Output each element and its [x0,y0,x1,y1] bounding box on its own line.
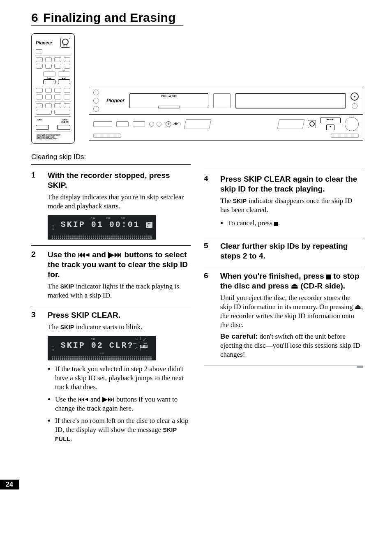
step-warning: Be careful: don't switch off the unit be… [220,332,363,359]
step-3: 3 Press SKIP CLEAR. The SKIP indicator s… [31,310,191,360]
remote-skip-clear-button [57,125,70,130]
step-2: 2 Use the ⏮◀ and ▶⏭ buttons to select th… [31,250,191,300]
left-column: 1 With the recorder stopped, press SKIP.… [31,169,191,447]
deck-left-tray: PDR-W739 [129,93,208,108]
svg-line-6 [143,338,145,341]
step-heading: Press SKIP CLEAR. [48,310,191,320]
skip-indicator-label: SKIP [60,283,74,290]
jog-dial-icon [345,117,359,131]
step-1: 1 With the recorder stopped, press SKIP.… [31,171,191,240]
page-number: 24 [0,480,19,489]
lcd-display-1: TRKMINSEC ▭▭ SKIP 01 00:01 CD-R ▷ [48,215,156,240]
skip-indicator-label: SKIP [233,198,247,204]
deck-diagram: Pioneer PDR-W739 [89,87,363,141]
prev-track-icon: ⏮◀ [78,395,89,403]
step-heading: With the recorder stopped, press SKIP. [48,171,191,190]
step-heading: Press SKIP CLEAR again to clear the skip… [220,174,363,194]
remote-brand: Pioneer [36,40,52,45]
deck-brand: Pioneer [106,98,125,104]
remote-skip-clear-label: SKIP CLEAR [61,118,69,123]
step-body: The SKIP indicator starts to blink. [48,323,191,332]
eject-icon: ⏏ [355,303,361,311]
section-intro: Clearing skip IDs: [31,153,363,161]
step-body: Until you eject the disc, the recorder s… [220,293,363,330]
step-body: The display indicates that you're in ski… [48,193,191,211]
eject-icon: ⏏ [291,282,298,290]
next-track-icon: ▶⏭ [108,250,122,259]
instruction-columns: 1 With the recorder stopped, press SKIP.… [31,169,363,447]
chapter-number: 6 [31,11,38,25]
stop-icon [274,222,278,226]
list-item: Use the ⏮◀ and ▶⏭ buttons if you want to… [55,395,191,413]
page-footer: 24 [31,480,363,489]
step-number: 4 [204,174,212,231]
step-5: 5 Clear further skip IDs by repeating st… [204,241,363,261]
power-knob-icon [350,92,359,101]
remote-control-diagram: Pioneer DIGITAL □ ▷ I◀◀ ▶▶I SKIP [31,33,75,144]
manual-page: 6 Finalizing and Erasing Pioneer DIGITAL… [0,0,392,506]
skip-indicator-label: SKIP [60,324,74,330]
step-4-bullets: To cancel, press . [220,219,363,228]
deck-display-area [213,93,231,108]
step-3-bullets: If the track you selected in step 2 abov… [48,365,191,443]
remote-next-button [58,79,70,84]
step-number: 2 [31,250,39,300]
lcd-display-2: TRK ▭▭ SKIP 02 CLR? [48,336,156,360]
step-body: The SKIP indicator disappears once the s… [220,196,363,215]
step-number: 5 [204,241,212,261]
svg-line-5 [143,346,145,349]
step-body: The SKIP indicator lights if the track p… [48,282,191,300]
prev-track-icon: ⏮◀ [78,250,90,259]
page-title: 6 Finalizing and Erasing [31,11,183,25]
compact-disc-logo: DIGITAL [60,38,70,48]
right-column: 4 Press SKIP CLEAR again to clear the sk… [204,169,363,447]
list-item: If there's no room left on the disc to c… [55,416,191,443]
step-heading: When you're finished, press to stop the … [220,271,363,291]
step-heading: Clear further skip IDs by repeating step… [220,241,363,261]
chapter-title: Finalizing and Erasing [43,11,176,25]
remote-skip-button [36,125,49,130]
compact-disc-logo [308,120,316,128]
play-icon: ▷ [150,235,152,239]
deck-model: PDR-W739 [130,95,208,97]
step-heading: Use the ⏮◀ and ▶⏭ buttons to select the … [48,250,191,279]
remote-fine-3: REMOTE CONTROL UNIT [37,138,69,140]
step-4: 4 Press SKIP CLEAR again to clear the sk… [204,174,363,231]
page-title-wrap: 6 Finalizing and Erasing [31,11,183,26]
next-track-icon: ▶⏭ [102,395,115,403]
device-diagrams: Pioneer DIGITAL □ ▷ I◀◀ ▶▶I SKIP [31,33,363,144]
deck-stop-button: ■ [326,125,334,130]
svg-line-7 [135,346,137,349]
step-number: 6 [204,271,212,359]
be-careful-label: Be careful: [220,332,258,340]
deck-transport-buttons: ⏮◀▶⏭ [320,118,341,123]
step-number: 1 [31,171,39,240]
list-item: If the track you selected in step 2 abov… [55,365,191,392]
remote-prev-button [43,79,55,84]
svg-line-4 [135,338,137,341]
list-item: To cancel, press . [228,219,363,228]
deck-right-tray [235,93,346,108]
step-6: 6 When you're finished, press to stop th… [204,271,363,359]
play-icon: ▷ [150,356,152,360]
stop-icon [326,275,331,279]
step-number: 3 [31,310,39,360]
blink-rays-icon [133,337,147,351]
remote-skip-label: SKIP [37,118,42,123]
